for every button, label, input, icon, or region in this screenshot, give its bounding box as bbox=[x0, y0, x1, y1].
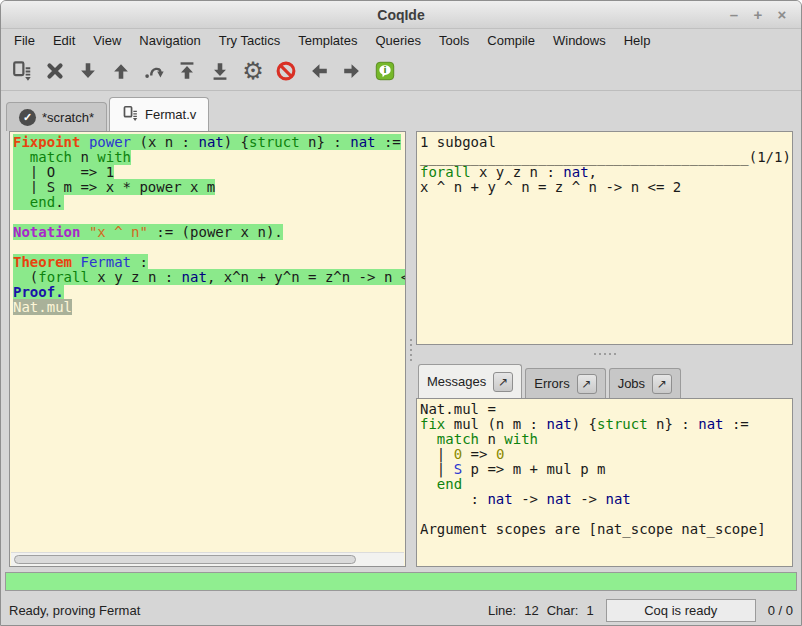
gear-icon[interactable]: ⚙ bbox=[240, 57, 266, 85]
horizontal-scrollbar-thumb[interactable] bbox=[14, 555, 356, 564]
tab-errors[interactable]: Errors ↗ bbox=[525, 368, 605, 398]
tab-jobs[interactable]: Jobs ↗ bbox=[609, 368, 681, 398]
progress-bar-area bbox=[1, 569, 801, 595]
tab-fermat[interactable]: Fermat.v bbox=[109, 97, 209, 131]
menu-edit[interactable]: Edit bbox=[44, 31, 84, 50]
page-down-icon bbox=[122, 105, 139, 125]
step-backward-icon[interactable] bbox=[108, 57, 134, 85]
horizontal-splitter[interactable] bbox=[416, 345, 793, 362]
menu-bar: File Edit View Navigation Try Tactics Te… bbox=[1, 29, 801, 51]
detach-icon[interactable]: ↗ bbox=[652, 374, 672, 394]
svg-text:i: i bbox=[383, 64, 386, 75]
messages-notebook: Messages ↗ Errors ↗ Jobs ↗ Nat.mul =fix … bbox=[416, 362, 793, 567]
detach-icon[interactable]: ↗ bbox=[577, 374, 597, 394]
about-info-icon[interactable]: i bbox=[372, 57, 398, 85]
right-column: 1 subgoal_______________________________… bbox=[416, 131, 793, 569]
minimize-button[interactable]: – bbox=[725, 6, 743, 23]
goal-view[interactable]: 1 subgoal_______________________________… bbox=[416, 131, 793, 345]
status-bar: Ready, proving Fermat Line: 12 Char: 1 C… bbox=[1, 595, 801, 625]
detach-icon[interactable]: ↗ bbox=[493, 372, 513, 392]
main-area: Fixpoint power (x n : nat) {struct n} : … bbox=[1, 131, 801, 569]
next-icon[interactable] bbox=[339, 57, 365, 85]
char-value: 1 bbox=[586, 603, 593, 618]
go-to-start-icon[interactable] bbox=[174, 57, 200, 85]
window-title: CoqIde bbox=[1, 7, 801, 23]
window-controls: – + × bbox=[725, 6, 801, 23]
menu-windows[interactable]: Windows bbox=[544, 31, 615, 50]
maximize-button[interactable]: + bbox=[749, 6, 767, 23]
status-message: Ready, proving Fermat bbox=[9, 603, 140, 618]
menu-compile[interactable]: Compile bbox=[478, 31, 544, 50]
previous-icon[interactable] bbox=[306, 57, 332, 85]
tab-errors-label: Errors bbox=[534, 376, 569, 391]
menu-help[interactable]: Help bbox=[615, 31, 660, 50]
script-code: Fixpoint power (x n : nat) {struct n} : … bbox=[10, 132, 405, 315]
tab-scratch-label: *scratch* bbox=[42, 110, 94, 125]
progress-bar bbox=[5, 572, 797, 591]
status-right-group: Line: 12 Char: 1 Coq is ready 0 / 0 bbox=[488, 599, 793, 622]
coqide-window: CoqIde – + × File Edit View Navigation T… bbox=[0, 0, 802, 626]
tab-messages-label: Messages bbox=[427, 374, 486, 389]
messages-code: Nat.mul =fix mul (n m : nat) {struct n} … bbox=[417, 399, 792, 537]
go-to-end-icon[interactable] bbox=[207, 57, 233, 85]
script-editor[interactable]: Fixpoint power (x n : nat) {struct n} : … bbox=[9, 131, 406, 567]
interrupt-icon[interactable] bbox=[273, 57, 299, 85]
splitter-handle-dots bbox=[594, 353, 616, 355]
menu-queries[interactable]: Queries bbox=[366, 31, 430, 50]
menu-tools[interactable]: Tools bbox=[430, 31, 478, 50]
horizontal-scrollbar[interactable] bbox=[11, 552, 404, 566]
line-label: Line: bbox=[488, 603, 516, 618]
close-x-icon[interactable] bbox=[42, 57, 68, 85]
messages-tab-bar: Messages ↗ Errors ↗ Jobs ↗ bbox=[416, 362, 793, 398]
splitter-handle-dots bbox=[410, 339, 412, 361]
menu-view[interactable]: View bbox=[84, 31, 130, 50]
vertical-splitter[interactable] bbox=[406, 131, 416, 569]
toolbar: ⚙ i bbox=[1, 51, 801, 91]
close-button[interactable]: × bbox=[773, 6, 791, 23]
coq-status-indicator: Coq is ready bbox=[606, 599, 756, 622]
tab-messages[interactable]: Messages ↗ bbox=[418, 364, 522, 398]
goal-code: 1 subgoal_______________________________… bbox=[417, 132, 792, 195]
menu-try-tactics[interactable]: Try Tactics bbox=[210, 31, 289, 50]
tab-scratch[interactable]: ✓ *scratch* bbox=[6, 102, 107, 131]
tab-jobs-label: Jobs bbox=[618, 376, 645, 391]
page-down-icon[interactable] bbox=[9, 57, 35, 85]
go-to-cursor-icon[interactable] bbox=[141, 57, 167, 85]
menu-file[interactable]: File bbox=[5, 31, 44, 50]
messages-view[interactable]: Nat.mul =fix mul (n m : nat) {struct n} … bbox=[416, 398, 793, 567]
document-tab-bar: ✓ *scratch* Fermat.v bbox=[1, 91, 801, 131]
job-counter: 0 / 0 bbox=[768, 603, 793, 618]
char-label: Char: bbox=[547, 603, 579, 618]
line-value: 12 bbox=[524, 603, 538, 618]
title-bar: CoqIde – + × bbox=[1, 1, 801, 29]
check-circle-icon: ✓ bbox=[19, 109, 36, 126]
menu-navigation[interactable]: Navigation bbox=[130, 31, 209, 50]
tab-fermat-label: Fermat.v bbox=[145, 107, 196, 122]
step-forward-icon[interactable] bbox=[75, 57, 101, 85]
menu-templates[interactable]: Templates bbox=[289, 31, 366, 50]
